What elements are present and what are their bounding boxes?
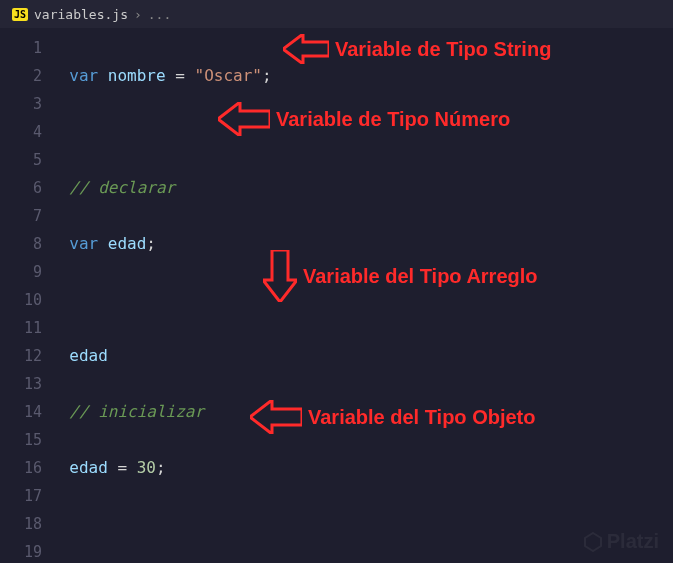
line-number: 6 — [0, 174, 42, 202]
identifier: nombre — [108, 66, 166, 85]
code-area[interactable]: var nombre = "Oscar"; // declarar var ed… — [50, 28, 484, 563]
line-number: 16 — [0, 454, 42, 482]
file-badge: JS — [12, 8, 28, 21]
tab-filename[interactable]: variables.js — [34, 7, 128, 22]
line-number: 3 — [0, 90, 42, 118]
operator: = — [108, 458, 137, 477]
line-number: 7 — [0, 202, 42, 230]
identifier: edad — [108, 234, 147, 253]
line-number: 13 — [0, 370, 42, 398]
breadcrumb-rest: ... — [148, 7, 171, 22]
line-number: 2 — [0, 62, 42, 90]
identifier: edad — [69, 346, 108, 365]
line-number: 11 — [0, 314, 42, 342]
line-number: 1 — [0, 34, 42, 62]
watermark: Platzi — [583, 530, 659, 553]
code-line[interactable] — [50, 286, 484, 314]
code-line[interactable] — [50, 118, 484, 146]
comment: // inicializar — [69, 402, 204, 421]
line-number: 14 — [0, 398, 42, 426]
semicolon: ; — [146, 234, 156, 253]
line-number: 19 — [0, 538, 42, 563]
code-line[interactable]: // declarar — [50, 174, 484, 202]
semicolon: ; — [156, 458, 166, 477]
watermark-text: Platzi — [607, 530, 659, 553]
line-number: 17 — [0, 482, 42, 510]
platzi-logo-icon — [583, 532, 603, 552]
keyword: var — [69, 66, 98, 85]
code-line[interactable]: var edad; — [50, 230, 484, 258]
operator: = — [166, 66, 195, 85]
line-number: 10 — [0, 286, 42, 314]
line-number: 9 — [0, 258, 42, 286]
line-number: 5 — [0, 146, 42, 174]
comment: // declarar — [69, 178, 175, 197]
code-line[interactable]: var nombre = "Oscar"; — [50, 62, 484, 90]
code-line[interactable]: edad — [50, 342, 484, 370]
line-number: 18 — [0, 510, 42, 538]
string-literal: "Oscar" — [195, 66, 262, 85]
line-number: 12 — [0, 342, 42, 370]
breadcrumb-sep: › — [134, 7, 142, 22]
tab-bar: JS variables.js › ... — [0, 0, 673, 28]
number-literal: 30 — [137, 458, 156, 477]
code-line[interactable]: // inicializar — [50, 398, 484, 426]
code-editor[interactable]: 1 2 3 4 5 6 7 8 9 10 11 12 13 14 15 16 1… — [0, 28, 673, 563]
line-number: 4 — [0, 118, 42, 146]
code-line[interactable] — [50, 510, 484, 538]
keyword: var — [69, 234, 98, 253]
identifier: edad — [69, 458, 108, 477]
line-number-gutter: 1 2 3 4 5 6 7 8 9 10 11 12 13 14 15 16 1… — [0, 28, 50, 563]
semicolon: ; — [262, 66, 272, 85]
line-number: 8 — [0, 230, 42, 258]
code-line[interactable]: edad = 30; — [50, 454, 484, 482]
line-number: 15 — [0, 426, 42, 454]
